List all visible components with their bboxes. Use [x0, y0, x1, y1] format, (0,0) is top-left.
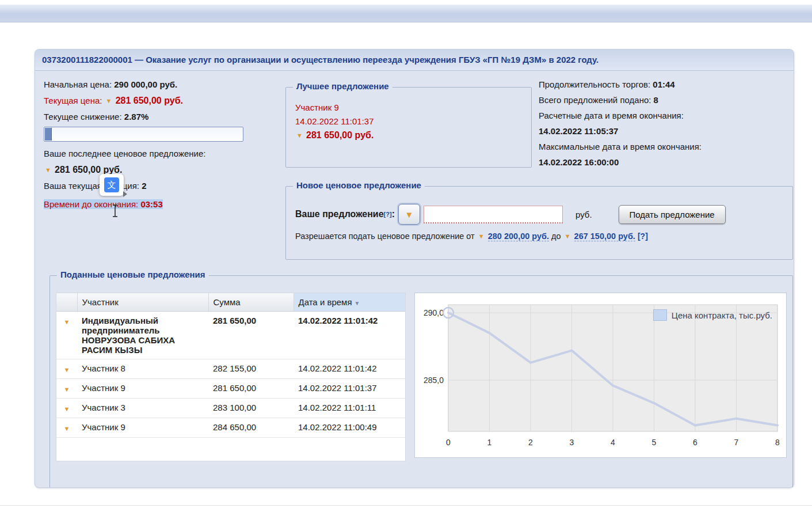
translate-fold-icon [123, 191, 127, 197]
best-offer-panel: Лучшее предложение Участник 9 14.02.2022… [285, 87, 532, 168]
time-left-label: Времени до окончания: [44, 199, 138, 209]
down-arrow-icon: ▼ [63, 425, 71, 432]
down-arrow-icon: ▼ [63, 386, 71, 393]
submitted-offers-panel: Поданные ценовые предложения Участник Су… [49, 275, 793, 487]
table-row: ▼ Индивидуальный предприниматель НОВРУЗО… [56, 312, 406, 359]
down-arrow-icon: ▼ [405, 210, 414, 219]
position-row: Ваша текущая позиция: 2 [44, 180, 277, 192]
x-tick-label: 3 [570, 438, 574, 447]
row-icon-cell: ▼ [56, 399, 77, 418]
down-arrow-icon: ▼ [295, 132, 304, 139]
current-price-row: Текущая цена: ▼ 281 650,00 руб. [44, 94, 277, 107]
x-tick-label: 0 [446, 438, 451, 447]
translate-glyph: 文 [104, 177, 119, 192]
row-amount: 281 650,00 [208, 312, 293, 359]
datetime-column-header[interactable]: Дата и время▼ [293, 293, 406, 312]
range-from-link[interactable]: 280 200,00 руб. [488, 232, 549, 241]
best-offer-amount: 281 650,00 руб. [306, 130, 373, 140]
row-icon-cell: ▼ [56, 312, 77, 359]
position-value: 2 [142, 181, 146, 191]
auction-timing-panel: Продолжительность торгов: 01:44 Всего пр… [539, 78, 795, 172]
row-amount: 281 650,00 [208, 379, 293, 399]
offers-table-container: Участник Сумма Дата и время▼ ▼ Индивидуа… [56, 293, 406, 461]
calc-end-value-row: 14.02.2022 11:05:37 [539, 125, 795, 138]
initial-price-label: Начальная цена: [44, 79, 112, 89]
best-offer-participant: Участник 9 [295, 103, 522, 112]
last-offer-label: Ваше последнее ценовое предложение: [44, 149, 205, 158]
submit-offer-button[interactable]: Подать предложение [619, 205, 726, 224]
last-offer-value: 281 650,00 руб. [55, 165, 122, 175]
max-end-label-row: Максимальные дата и время окончания: [539, 141, 795, 153]
current-price-label: Текущая цена: [44, 96, 102, 105]
top-navigation-bar [0, 5, 812, 22]
table-row: ▼ Участник 3 283 100,00 14.02.2022 11:01… [56, 399, 406, 418]
legend-swatch-icon [653, 309, 667, 321]
participant-column-header[interactable]: Участник [77, 293, 208, 312]
max-end-value-row: 14.02.2022 16:00:00 [539, 156, 795, 169]
sort-desc-icon: ▼ [352, 300, 360, 306]
down-arrow-icon: ▼ [63, 319, 71, 325]
current-reduction-label: Текущее снижение: [44, 112, 122, 122]
decrease-price-button[interactable]: ▼ [398, 204, 420, 225]
offer-amount-input[interactable] [424, 206, 563, 223]
reduction-progress-bar [44, 127, 243, 142]
last-offer-value-row: ▼ 281 650,00 руб. [44, 164, 277, 176]
table-row: ▼ Участник 8 282 155,00 14.02.2022 11:01… [56, 359, 406, 379]
offer-help-link[interactable]: [?] [384, 211, 392, 218]
icon-column-header [56, 293, 77, 312]
row-datetime: 14.02.2022 11:01:11 [293, 399, 406, 418]
auction-summary-panel: Начальная цена: 290 000,00 руб. Текущая … [44, 78, 277, 214]
x-tick-label: 1 [487, 438, 492, 447]
offer-label-colon: : [392, 209, 395, 219]
range-help-link[interactable]: [?] [638, 232, 648, 241]
down-arrow-icon: ▼ [44, 166, 52, 173]
calc-end-value: 14.02.2022 11:05:37 [539, 126, 618, 136]
x-tick-label: 4 [611, 438, 615, 447]
row-datetime: 14.02.2022 11:01:42 [293, 312, 406, 359]
auction-title: 0373200111822000001 — Оказание услуг по … [35, 50, 794, 71]
submitted-offers-legend: Поданные ценовые предложения [57, 270, 209, 279]
row-amount: 282 155,00 [208, 359, 293, 379]
page-bottom-divider [0, 505, 812, 506]
best-offer-datetime: 14.02.2022 11:01:37 [295, 116, 522, 126]
down-arrow-icon: ▼ [63, 405, 71, 412]
initial-price-value: 290 000,00 руб. [114, 79, 177, 89]
down-arrow-icon: ▼ [563, 233, 572, 240]
best-offer-amount-row: ▼ 281 650,00 руб. [295, 130, 522, 141]
table-row: ▼ Участник 9 284 650,00 14.02.2022 11:00… [56, 418, 406, 438]
offers-table-header-row: Участник Сумма Дата и время▼ [56, 293, 406, 312]
your-offer-label: Ваше предложение [295, 209, 384, 219]
max-end-label: Максимальные дата и время окончания: [539, 142, 702, 151]
currency-label: руб. [575, 210, 592, 219]
row-icon-cell: ▼ [56, 359, 77, 379]
duration-value: 01:44 [653, 79, 674, 89]
max-end-value: 14.02.2022 16:00:00 [539, 157, 619, 167]
range-to-link[interactable]: 267 150,00 руб. [574, 232, 635, 241]
google-translate-icon[interactable]: 文 [100, 174, 124, 196]
row-participant: Участник 9 [77, 379, 208, 399]
x-tick-label: 2 [528, 438, 533, 447]
duration-label: Продолжительность торгов: [539, 79, 650, 89]
current-reduction-row: Текущее снижение: 2.87% [44, 111, 277, 123]
text-cursor-ibeam [112, 204, 119, 218]
row-amount: 283 100,00 [208, 399, 293, 418]
initial-price-row: Начальная цена: 290 000,00 руб. [44, 78, 277, 91]
y-tick-label: 285,0 [424, 376, 444, 385]
row-datetime: 14.02.2022 11:00:49 [293, 418, 406, 438]
last-offer-row: Ваше последнее ценовое предложение: [44, 147, 277, 160]
auction-window: 0373200111822000001 — Оказание услуг по … [35, 49, 794, 488]
down-arrow-icon: ▼ [477, 233, 486, 240]
duration-row: Продолжительность торгов: 01:44 [539, 78, 795, 91]
reduction-progress-fill [45, 128, 52, 141]
x-tick-label: 8 [775, 438, 780, 447]
range-prefix: Разрешается подать ценовое предложение о… [295, 232, 475, 241]
x-tick-label: 7 [734, 438, 739, 447]
calc-end-label: Расчетные дата и время окончания: [539, 111, 684, 120]
legend-label: Цена контракта, тыс.руб. [672, 310, 772, 320]
row-icon-cell: ▼ [56, 418, 77, 438]
table-row: ▼ Участник 9 281 650,00 14.02.2022 11:01… [56, 379, 406, 399]
row-participant: Индивидуальный предприниматель НОВРУЗОВА… [77, 312, 208, 359]
down-arrow-icon: ▼ [105, 97, 113, 104]
amount-column-header[interactable]: Сумма [208, 293, 293, 312]
row-participant: Участник 8 [77, 359, 208, 379]
